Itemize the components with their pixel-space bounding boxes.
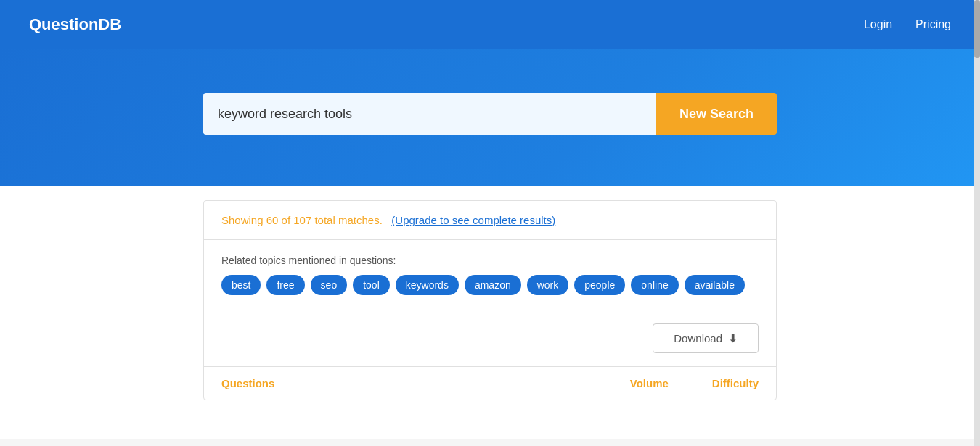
tags-container: best free seo tool keywords amazon work …: [221, 275, 759, 295]
tag-tool[interactable]: tool: [353, 275, 390, 295]
download-label: Download: [674, 332, 722, 344]
table-header: Questions Volume Difficulty: [204, 367, 776, 400]
tag-best[interactable]: best: [221, 275, 261, 295]
hero-section: New Search: [0, 49, 980, 186]
results-card: Showing 60 of 107 total matches. (Upgrad…: [203, 200, 777, 400]
scrollbar-thumb[interactable]: [974, 0, 980, 58]
related-topics-section: Related topics mentioned in questions: b…: [204, 240, 776, 310]
download-section: Download ⬇: [204, 310, 776, 367]
search-container: New Search: [203, 93, 777, 135]
scrollbar[interactable]: [974, 0, 980, 446]
matches-text: Showing 60 of 107 total matches.: [221, 214, 383, 226]
table-header-right: Volume Difficulty: [630, 377, 759, 389]
tag-available[interactable]: available: [685, 275, 745, 295]
new-search-button[interactable]: New Search: [656, 93, 777, 135]
matches-summary: Showing 60 of 107 total matches. (Upgrad…: [204, 201, 776, 240]
pricing-link[interactable]: Pricing: [915, 18, 951, 31]
col-questions: Questions: [221, 377, 274, 389]
col-volume: Volume: [630, 377, 669, 389]
navbar: QuestionDB Login Pricing: [0, 0, 980, 49]
upgrade-link[interactable]: (Upgrade to see complete results): [391, 214, 555, 226]
search-input[interactable]: [203, 93, 656, 135]
brand-logo[interactable]: QuestionDB: [29, 15, 121, 34]
related-topics-label: Related topics mentioned in questions:: [221, 255, 759, 266]
results-container: Showing 60 of 107 total matches. (Upgrad…: [203, 200, 777, 410]
login-link[interactable]: Login: [864, 18, 892, 31]
tag-free[interactable]: free: [266, 275, 304, 295]
nav-links: Login Pricing: [864, 18, 951, 31]
main-content: Showing 60 of 107 total matches. (Upgrad…: [0, 186, 980, 439]
download-icon: ⬇: [728, 331, 738, 345]
tag-keywords[interactable]: keywords: [396, 275, 459, 295]
tag-online[interactable]: online: [631, 275, 678, 295]
tag-work[interactable]: work: [527, 275, 569, 295]
tag-seo[interactable]: seo: [311, 275, 348, 295]
download-button[interactable]: Download ⬇: [653, 323, 759, 353]
tag-people[interactable]: people: [574, 275, 625, 295]
col-difficulty: Difficulty: [712, 377, 759, 389]
tag-amazon[interactable]: amazon: [465, 275, 521, 295]
